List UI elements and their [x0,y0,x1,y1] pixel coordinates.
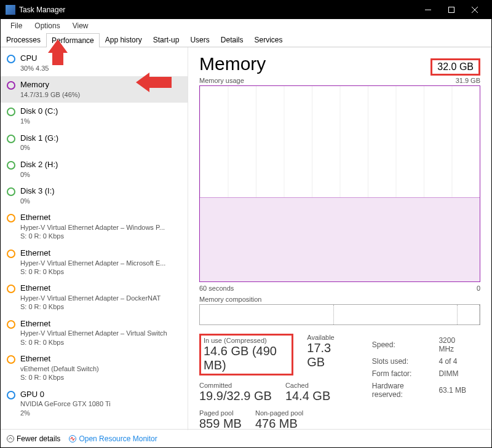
sidebar-item-label: Memory [20,80,80,90]
in-use-value: 14.6 GB (490 MB) [204,344,289,372]
sidebar-item-label: Ethernet [20,283,161,294]
sidebar-item-label: Disk 2 (H:) [20,160,58,170]
tab-app-history[interactable]: App history [100,33,148,47]
form-factor-value: DIMM [438,368,479,379]
sidebar-item-sub: NVIDIA GeForce GTX 1080 Ti [20,399,111,408]
sidebar-item-sub: Hyper-V Virtual Ethernet Adapter – Windo… [20,223,165,232]
cached-value: 14.4 GB [285,389,330,403]
available-value: 17.3 GB [307,341,346,369]
sidebar-item-label: Ethernet [20,248,165,259]
close-button[interactable] [463,1,486,19]
sidebar-item-sub2: S: 0 R: 0 Kbps [20,232,165,240]
axis-left: 60 seconds [199,285,234,292]
menu-options[interactable]: Options [28,20,66,31]
status-ring-icon [7,391,15,399]
graph-max: 31.9 GB [456,77,480,84]
sidebar-item-8[interactable]: EthernetHyper-V Virtual Ethernet Adapter… [1,280,188,315]
tab-bar: ProcessesPerformanceApp historyStart-upU… [1,33,491,47]
cached-label: Cached [285,382,330,389]
tab-start-up[interactable]: Start-up [148,33,185,47]
slots-value: 4 of 4 [438,356,479,367]
sidebar-item-sub2: S: 0 R: 0 Kbps [20,338,167,347]
in-use-label: In use (Compressed) [204,337,289,344]
memory-capacity: 32.0 GB [430,58,480,76]
available-label: Available [307,334,346,341]
status-ring-icon [7,161,15,170]
app-icon [6,5,15,15]
sidebar-item-label: Ethernet [20,319,167,329]
sidebar-item-label: Disk 3 (I:) [20,186,55,197]
sidebar-item-sub2: S: 0 R: 0 Kbps [20,267,165,276]
status-ring-icon [7,320,15,329]
sidebar[interactable]: CPU30% 4.35Memory14.7/31.9 GB (46%)Disk … [1,47,188,430]
sidebar-item-3[interactable]: Disk 1 (G:)0% [1,130,188,156]
sidebar-item-10[interactable]: EthernetvEthernet (Default Switch)S: 0 R… [1,350,188,385]
sidebar-item-label: Ethernet [20,354,99,364]
resource-monitor-link[interactable]: Open Resource Monitor [69,434,157,443]
speed-label: Speed: [372,335,438,355]
paged-label: Paged pool [199,409,242,417]
minimize-button[interactable] [416,1,440,19]
tab-processes[interactable]: Processes [1,33,46,47]
sidebar-item-sub: Hyper-V Virtual Ethernet Adapter – Docke… [20,294,161,302]
sidebar-item-11[interactable]: GPU 0NVIDIA GeForce GTX 1080 Ti2% [1,386,188,421]
sidebar-item-2[interactable]: Disk 0 (C:)1% [1,103,188,129]
menubar: File Options View [1,19,491,33]
sidebar-item-sub: 0% [20,143,58,152]
sidebar-item-label: Ethernet [20,213,165,223]
status-ring-icon [7,55,15,63]
chevron-up-icon [7,435,14,442]
axis-right: 0 [477,285,480,292]
fewer-details-label: Fewer details [17,434,60,443]
memory-composition-bar[interactable] [199,304,480,325]
status-ring-icon [7,81,15,90]
speed-value: 3200 MHz [438,335,479,355]
menu-view[interactable]: View [66,20,95,31]
sidebar-item-4[interactable]: Disk 2 (H:)0% [1,156,188,183]
stats-left: In use (Compressed) 14.6 GB (490 MB) Ava… [199,334,346,430]
sidebar-item-label: Disk 0 (C:) [20,106,58,117]
sidebar-item-sub: 0% [20,170,58,179]
resource-monitor-text: Open Resource Monitor [79,434,157,443]
committed-label: Committed [199,382,272,389]
maximize-button[interactable] [440,1,463,19]
status-ring-icon [7,285,15,293]
tab-services[interactable]: Services [248,33,288,47]
tab-users[interactable]: Users [184,33,215,47]
sidebar-item-sub: vEthernet (Default Switch) [20,364,99,373]
paged-value: 859 MB [199,417,242,430]
sidebar-item-7[interactable]: EthernetHyper-V Virtual Ethernet Adapter… [1,245,188,280]
slots-label: Slots used: [372,356,438,367]
tab-details[interactable]: Details [215,33,249,47]
svg-point-4 [7,435,14,442]
sidebar-item-sub: 0% [20,197,55,205]
page-title: Memory [199,53,266,74]
sidebar-item-sub: Hyper-V Virtual Ethernet Adapter – Virtu… [20,329,167,337]
graph-label: Memory usage [199,77,244,84]
status-ring-icon [7,250,15,258]
sidebar-item-5[interactable]: Disk 3 (I:)0% [1,183,188,209]
sidebar-item-9[interactable]: EthernetHyper-V Virtual Ethernet Adapter… [1,315,188,350]
activity-icon [69,435,76,442]
status-ring-icon [7,135,15,143]
hw-reserved-label: Hardware reserved: [372,380,438,400]
svg-rect-1 [449,7,454,13]
sidebar-item-sub2: 2% [20,409,111,417]
sidebar-item-label: Disk 1 (G:) [20,133,58,144]
sidebar-item-6[interactable]: EthernetHyper-V Virtual Ethernet Adapter… [1,209,188,244]
annotation-arrow-left [136,73,172,92]
sidebar-item-sub2: S: 0 R: 0 Kbps [20,302,161,311]
sidebar-item-sub: 14.7/31.9 GB (46%) [20,90,80,99]
menu-file[interactable]: File [4,20,28,31]
committed-value: 19.9/32.9 GB [199,389,272,403]
titlebar: Task Manager [1,1,491,19]
detail-pane: Memory 32.0 GB Memory usage 31.9 GB 60 s… [188,47,491,430]
sidebar-item-label: GPU 0 [20,390,111,400]
fewer-details-toggle[interactable]: Fewer details [7,434,60,443]
status-ring-icon [7,187,15,196]
status-ring-icon [7,214,15,222]
sidebar-item-sub: 30% 4.35 [20,64,49,73]
hw-reserved-value: 63.1 MB [438,380,479,400]
composition-label: Memory composition [199,296,480,303]
memory-usage-graph[interactable] [199,85,480,282]
